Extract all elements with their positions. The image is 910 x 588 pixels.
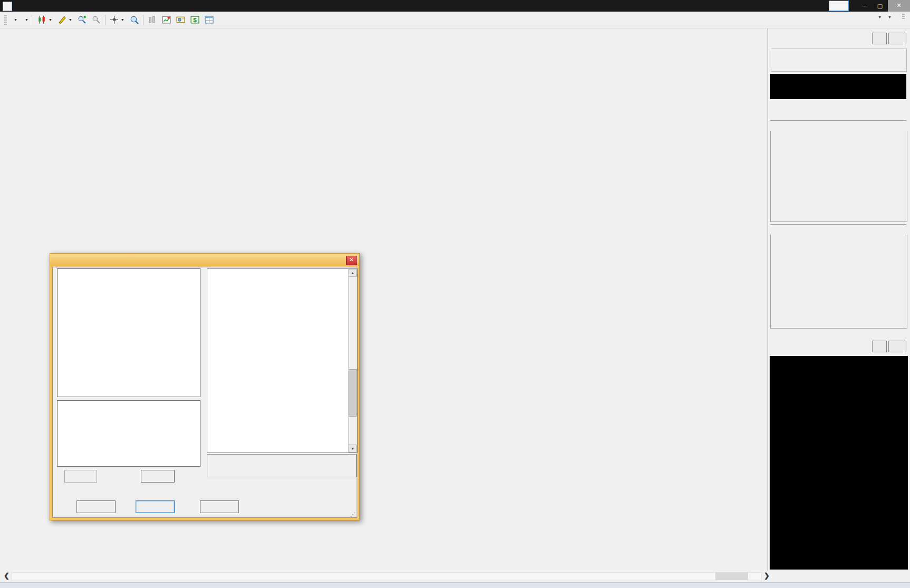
ninjatrader-window: ─ ▢ ✕ ▼ ▼ ▼ ▼ ▼ $ ▼ ▼: [0, 0, 910, 588]
horizontal-scrollbar[interactable]: [12, 572, 762, 581]
dialog-title: [50, 254, 359, 266]
resize-grip[interactable]: ⋰: [350, 512, 356, 517]
panel-back-button[interactable]: [872, 33, 887, 44]
position-display: [770, 74, 906, 99]
chart-trader-button[interactable]: [159, 14, 174, 26]
chevron-down-icon[interactable]: ▼: [888, 15, 892, 19]
panel-back-button[interactable]: [872, 341, 887, 352]
crosshair-button[interactable]: ▼: [107, 14, 127, 26]
strategies-dialog: ✕ ▲ ▼ ⋰: [50, 253, 360, 520]
apply-button[interactable]: [136, 500, 175, 513]
order-panel: [768, 28, 910, 572]
dialog-close-icon[interactable]: ✕: [346, 256, 357, 265]
property-description: [207, 454, 357, 477]
chevron-down-icon: ▼: [25, 18, 28, 22]
window-edge: [0, 582, 910, 588]
drawing-tools-button[interactable]: ▼: [55, 14, 75, 26]
configured-strategy-list[interactable]: [57, 400, 200, 467]
zoom-in-button[interactable]: [75, 14, 89, 26]
scroll-left-icon[interactable]: ❮: [4, 572, 9, 580]
status-bar: ❮ ❯: [0, 571, 910, 582]
data-box-button[interactable]: [127, 14, 141, 26]
scroll-right-icon[interactable]: ❯: [764, 572, 770, 580]
chevron-down-icon: ▼: [49, 18, 52, 22]
new-button[interactable]: [64, 470, 97, 483]
chevron-down-icon: ▼: [14, 18, 17, 22]
panel-ok-button[interactable]: [888, 33, 906, 44]
account-button[interactable]: $: [188, 14, 202, 26]
close-dialog-button[interactable]: [200, 500, 239, 513]
trade-info-panel: [770, 356, 908, 570]
close-button[interactable]: ✕: [888, 0, 910, 12]
svg-text:$: $: [193, 16, 197, 23]
interval-dropdown[interactable]: ▼: [20, 14, 31, 26]
title-bar: ─ ▢ ✕: [0, 0, 910, 12]
strategy-list[interactable]: [57, 268, 200, 397]
easy-trader-label: [216, 14, 222, 26]
instrument-dropdown[interactable]: ▼: [9, 14, 20, 26]
scrollbar-thumb[interactable]: [715, 572, 748, 580]
remove-button[interactable]: [141, 470, 175, 483]
snapshot-button[interactable]: [174, 14, 188, 26]
app-icon: [3, 2, 12, 11]
panel-ok-button[interactable]: [888, 341, 906, 352]
scroll-up-icon[interactable]: ▲: [349, 269, 357, 277]
link-button[interactable]: [829, 1, 849, 11]
chevron-down-icon[interactable]: ▼: [878, 15, 882, 19]
scroll-down-icon[interactable]: ▼: [349, 445, 357, 452]
strategy-groupbox: [771, 49, 907, 72]
chart-style-button[interactable]: ▼: [35, 14, 55, 26]
bars-button[interactable]: [145, 14, 159, 26]
ok-button[interactable]: [76, 500, 116, 513]
property-grid-scrollbar[interactable]: ▲ ▼: [348, 269, 357, 452]
grid-button[interactable]: [202, 14, 216, 26]
maximize-button[interactable]: ▢: [872, 1, 888, 11]
zoom-out-button[interactable]: [89, 14, 103, 26]
property-grid[interactable]: ▲ ▼: [207, 268, 358, 453]
chevron-down-icon: ▼: [69, 18, 72, 22]
minimize-button[interactable]: ─: [856, 1, 872, 11]
chart-toolbar: ▼ ▼ ▼ ▼ ▼ $: [0, 12, 910, 28]
toolbar-grip: [902, 14, 905, 20]
chevron-down-icon: ▼: [121, 18, 124, 22]
toolbar-grip[interactable]: [4, 15, 7, 25]
